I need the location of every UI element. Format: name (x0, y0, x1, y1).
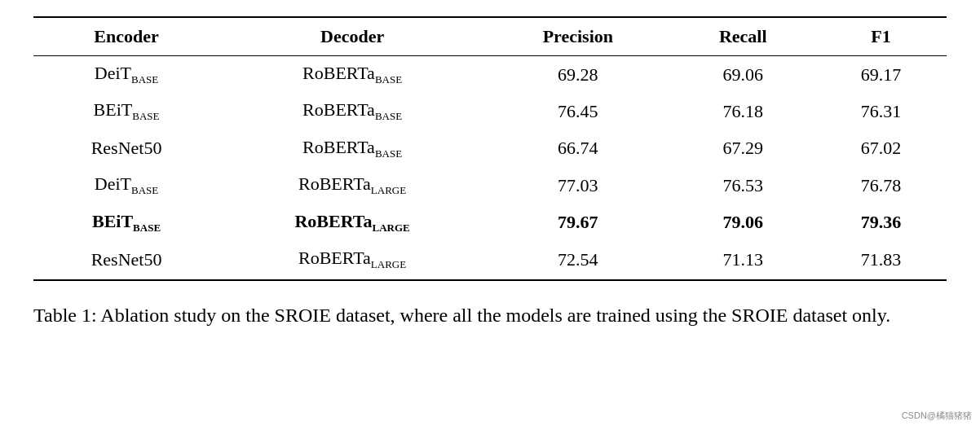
cell-encoder: ResNet50 (33, 241, 219, 279)
table-row: DeiTBASERoBERTaBASE69.2869.0669.17 (33, 56, 947, 94)
cell-encoder: DeiTBASE (33, 167, 219, 204)
table-row: BEiTBASERoBERTaBASE76.4576.1876.31 (33, 93, 947, 129)
header-f1: F1 (815, 17, 947, 56)
cell-recall: 76.18 (670, 93, 814, 129)
watermark: CSDN@橘猫猪猪 (902, 410, 972, 422)
cell-decoder: RoBERTaLARGE (219, 167, 485, 204)
cell-decoder: RoBERTaLARGE (219, 204, 485, 241)
cell-f1: 79.36 (815, 204, 947, 241)
cell-decoder: RoBERTaBASE (219, 56, 485, 94)
cell-recall: 67.29 (670, 130, 814, 167)
table-row: ResNet50RoBERTaLARGE72.5471.1371.83 (33, 241, 947, 279)
cell-precision: 77.03 (485, 167, 670, 204)
cell-decoder: RoBERTaBASE (219, 130, 485, 167)
cell-precision: 66.74 (485, 130, 670, 167)
cell-recall: 79.06 (670, 204, 814, 241)
cell-f1: 76.31 (815, 93, 947, 129)
cell-recall: 69.06 (670, 56, 814, 94)
cell-decoder: RoBERTaBASE (219, 93, 485, 129)
page-container: Encoder Decoder Precision Recall F1 DeiT… (33, 16, 947, 330)
results-table: Encoder Decoder Precision Recall F1 DeiT… (33, 16, 947, 279)
cell-recall: 71.13 (670, 241, 814, 279)
table-row: ResNet50RoBERTaBASE66.7467.2967.02 (33, 130, 947, 167)
cell-f1: 71.83 (815, 241, 947, 279)
cell-recall: 76.53 (670, 167, 814, 204)
cell-f1: 76.78 (815, 167, 947, 204)
table-header-row: Encoder Decoder Precision Recall F1 (33, 17, 947, 56)
header-recall: Recall (670, 17, 814, 56)
header-precision: Precision (485, 17, 670, 56)
cell-f1: 69.17 (815, 56, 947, 94)
cell-precision: 72.54 (485, 241, 670, 279)
cell-precision: 69.28 (485, 56, 670, 94)
cell-encoder: DeiTBASE (33, 56, 219, 94)
cell-encoder: BEiTBASE (33, 204, 219, 241)
cell-precision: 79.67 (485, 204, 670, 241)
header-decoder: Decoder (219, 17, 485, 56)
table-bottom-border (33, 279, 947, 281)
cell-encoder: BEiTBASE (33, 93, 219, 129)
table-row: BEiTBASERoBERTaLARGE79.6779.0679.36 (33, 204, 947, 241)
table-wrapper: Encoder Decoder Precision Recall F1 DeiT… (33, 16, 947, 281)
header-encoder: Encoder (33, 17, 219, 56)
table-row: DeiTBASERoBERTaLARGE77.0376.5376.78 (33, 167, 947, 204)
cell-precision: 76.45 (485, 93, 670, 129)
table-caption: Table 1: Ablation study on the SROIE dat… (33, 301, 947, 330)
cell-f1: 67.02 (815, 130, 947, 167)
cell-encoder: ResNet50 (33, 130, 219, 167)
cell-decoder: RoBERTaLARGE (219, 241, 485, 279)
